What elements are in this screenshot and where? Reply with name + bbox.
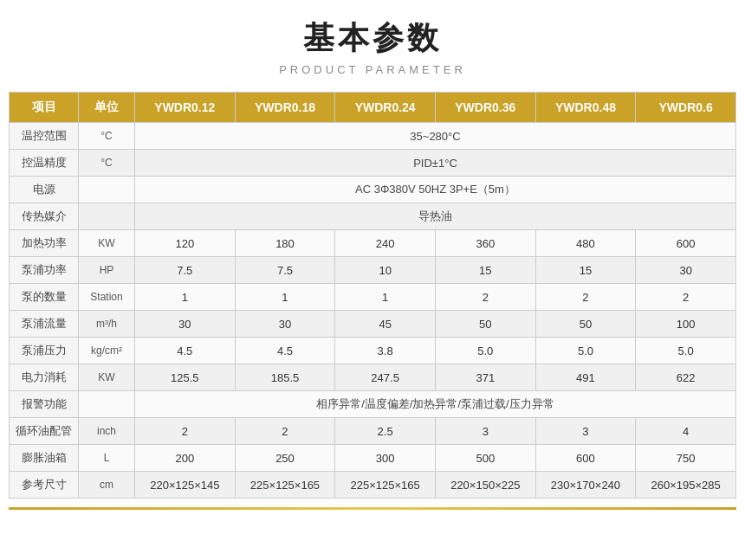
value-cell: 491 <box>535 364 636 391</box>
unit-cell <box>79 391 135 418</box>
value-cell: 1 <box>135 284 236 311</box>
value-cell: 750 <box>636 445 736 472</box>
value-cell: 480 <box>535 230 636 257</box>
table-row: 控温精度°CPID±1°C <box>10 150 736 177</box>
row-label: 电源 <box>10 177 79 203</box>
value-cell: 2 <box>235 418 335 445</box>
row-label: 报警功能 <box>10 391 79 418</box>
row-label: 泵浦流量 <box>10 311 79 338</box>
column-header: 项目 <box>10 93 79 123</box>
sub-title: PRODUCT PARAMETER <box>279 63 466 76</box>
value-cell: 45 <box>335 311 436 338</box>
unit-cell: °C <box>79 123 135 150</box>
value-cell: 4.5 <box>135 338 236 364</box>
unit-cell: Station <box>79 284 135 311</box>
value-cell: 225×125×165 <box>235 472 335 499</box>
value-cell: 185.5 <box>235 364 335 391</box>
table-row: 泵浦功率HP7.57.510151530 <box>10 257 736 284</box>
value-cell: 220×150×225 <box>435 472 535 499</box>
row-label: 参考尺寸 <box>10 472 79 499</box>
param-table: 项目单位YWDR0.12YWDR0.18YWDR0.24YWDR0.36YWDR… <box>9 92 736 499</box>
unit-cell <box>79 203 135 230</box>
value-cell: 600 <box>636 230 736 257</box>
span-value: 导热油 <box>135 203 736 230</box>
unit-cell: °C <box>79 150 135 177</box>
row-label: 泵浦功率 <box>10 257 79 284</box>
column-header: YWDR0.36 <box>435 93 535 123</box>
unit-cell: cm <box>79 472 135 499</box>
unit-cell <box>79 177 135 203</box>
table-row: 泵浦压力kg/cm²4.54.53.85.05.05.0 <box>10 338 736 364</box>
value-cell: 300 <box>335 445 436 472</box>
table-row: 电源AC 3Φ380V 50HZ 3P+E（5m） <box>10 177 736 203</box>
column-header: 单位 <box>79 93 135 123</box>
row-label: 泵的数量 <box>10 284 79 311</box>
unit-cell: inch <box>79 418 135 445</box>
value-cell: 1 <box>235 284 335 311</box>
value-cell: 600 <box>535 445 636 472</box>
value-cell: 220×125×145 <box>135 472 236 499</box>
table-row: 循环油配管inch222.5334 <box>10 418 736 445</box>
unit-cell: m³/h <box>79 311 135 338</box>
table-row: 报警功能相序异常/温度偏差/加热异常/泵浦过载/压力异常 <box>10 391 736 418</box>
value-cell: 4.5 <box>235 338 335 364</box>
value-cell: 5.0 <box>636 338 736 364</box>
value-cell: 30 <box>135 311 236 338</box>
value-cell: 2 <box>636 284 736 311</box>
unit-cell: KW <box>79 364 135 391</box>
column-header: YWDR0.24 <box>335 93 436 123</box>
value-cell: 3 <box>435 418 535 445</box>
row-label: 传热媒介 <box>10 203 79 230</box>
value-cell: 5.0 <box>535 338 636 364</box>
table-row: 温控范围°C35~280°C <box>10 123 736 150</box>
row-label: 电力消耗 <box>10 364 79 391</box>
value-cell: 180 <box>235 230 335 257</box>
value-cell: 5.0 <box>435 338 535 364</box>
table-row: 泵浦流量m³/h3030455050100 <box>10 311 736 338</box>
value-cell: 225×125×165 <box>335 472 436 499</box>
unit-cell: L <box>79 445 135 472</box>
span-value: AC 3Φ380V 50HZ 3P+E（5m） <box>135 177 736 203</box>
value-cell: 3 <box>535 418 636 445</box>
span-value: 相序异常/温度偏差/加热异常/泵浦过载/压力异常 <box>135 391 736 418</box>
column-header: YWDR0.6 <box>636 93 736 123</box>
column-header: YWDR0.12 <box>135 93 236 123</box>
row-label: 循环油配管 <box>10 418 79 445</box>
column-header: YWDR0.18 <box>235 93 335 123</box>
value-cell: 30 <box>636 257 736 284</box>
value-cell: 260×195×285 <box>636 472 736 499</box>
value-cell: 7.5 <box>235 257 335 284</box>
value-cell: 360 <box>435 230 535 257</box>
unit-cell: KW <box>79 230 135 257</box>
table-row: 泵的数量Station111222 <box>10 284 736 311</box>
value-cell: 2 <box>435 284 535 311</box>
table-row: 加热功率KW120180240360480600 <box>10 230 736 257</box>
value-cell: 120 <box>135 230 236 257</box>
row-label: 加热功率 <box>10 230 79 257</box>
value-cell: 4 <box>636 418 736 445</box>
value-cell: 2.5 <box>335 418 436 445</box>
table-row: 传热媒介导热油 <box>10 203 736 230</box>
value-cell: 2 <box>535 284 636 311</box>
unit-cell: kg/cm² <box>79 338 135 364</box>
table-row: 参考尺寸cm220×125×145225×125×165225×125×1652… <box>10 472 736 499</box>
table-row: 膨胀油箱L200250300500600750 <box>10 445 736 472</box>
value-cell: 50 <box>435 311 535 338</box>
value-cell: 240 <box>335 230 436 257</box>
value-cell: 30 <box>235 311 335 338</box>
value-cell: 50 <box>535 311 636 338</box>
value-cell: 15 <box>435 257 535 284</box>
span-value: PID±1°C <box>135 150 736 177</box>
value-cell: 3.8 <box>335 338 436 364</box>
span-value: 35~280°C <box>135 123 736 150</box>
value-cell: 230×170×240 <box>535 472 636 499</box>
row-label: 控温精度 <box>10 150 79 177</box>
value-cell: 622 <box>636 364 736 391</box>
value-cell: 125.5 <box>135 364 236 391</box>
value-cell: 15 <box>535 257 636 284</box>
row-label: 泵浦压力 <box>10 338 79 364</box>
value-cell: 7.5 <box>135 257 236 284</box>
value-cell: 100 <box>636 311 736 338</box>
table-row: 电力消耗KW125.5185.5247.5371491622 <box>10 364 736 391</box>
value-cell: 500 <box>435 445 535 472</box>
